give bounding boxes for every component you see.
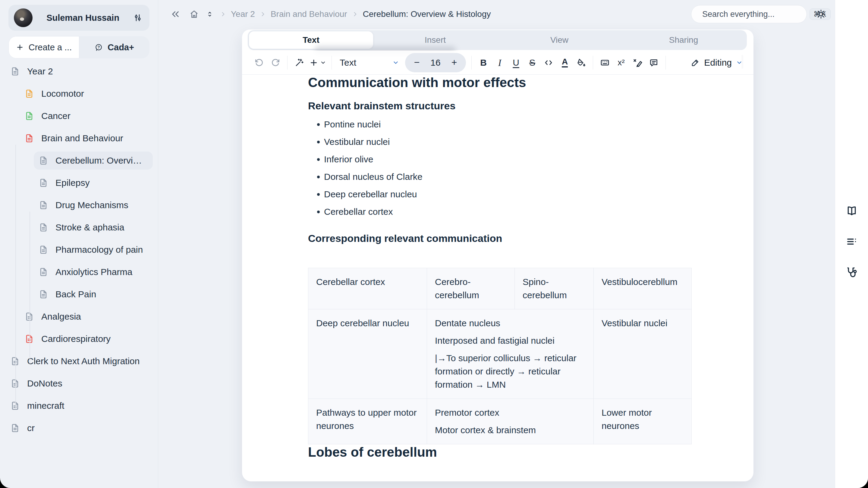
stethoscope-icon[interactable]	[846, 266, 858, 278]
breadcrumb-item[interactable]: Brain and Behaviour	[255, 9, 347, 19]
table-cell[interactable]: Cerebellar cortex	[308, 268, 427, 310]
keyboard-icon[interactable]	[597, 54, 613, 71]
document-icon	[10, 67, 20, 76]
tree-item-label: Back Pain	[56, 289, 102, 299]
editing-mode-dropdown[interactable]: Editing	[691, 58, 743, 68]
bold-button[interactable]: B	[475, 54, 492, 71]
sidebar-tree-item[interactable]: Stroke & aphasia	[0, 216, 158, 238]
highlighter-icon[interactable]	[629, 54, 646, 71]
document-body: Communication with motor effects Relevan…	[242, 75, 753, 481]
doc-heading[interactable]: Communication with motor effects	[308, 75, 693, 90]
home-icon[interactable]	[189, 9, 199, 19]
sidebar-tree-item[interactable]: Clerk to Next Auth Migration	[0, 350, 158, 372]
document-icon	[38, 200, 48, 210]
ribbon-tab[interactable]: Sharing	[621, 31, 746, 49]
underline-button[interactable]: U	[508, 54, 524, 71]
table-row: Pathways to upper motor neuronesPremotor…	[308, 399, 692, 444]
profile-button[interactable]: Suleman Hussain	[8, 5, 150, 31]
sidebar-tree-item[interactable]: Year 2	[0, 60, 158, 83]
sidebar-tree-item[interactable]: minecraft	[0, 395, 158, 417]
expand-collapse-icon[interactable]	[206, 10, 213, 18]
code-icon[interactable]	[540, 54, 557, 71]
sidebar-tree-item[interactable]: Locomotor	[0, 83, 158, 105]
bullet-item[interactable]: Deep cerebellar nucleu	[308, 186, 693, 203]
collapse-sidebar-icon[interactable]	[170, 9, 180, 19]
table-cell[interactable]: Pathways to upper motor neurones	[308, 399, 427, 444]
sidebar-tree-item[interactable]: Pharmacology of pain	[0, 238, 158, 261]
sidebar-tree-item[interactable]: Cancer	[0, 105, 158, 127]
create-button[interactable]: Create a ...	[8, 36, 79, 59]
insert-block-icon[interactable]	[307, 54, 328, 71]
sidebar-tree-item[interactable]: Drug Mechanisms	[0, 194, 158, 216]
sidebar-tree-item[interactable]: Anxiolytics Pharma	[0, 261, 158, 283]
chevron-right-icon	[260, 11, 266, 17]
sidebar-tree-item[interactable]: Cardiorespiratory	[0, 328, 158, 350]
bullet-item[interactable]: Cerebellar cortex	[308, 203, 693, 221]
tree-item-label: Anxiolytics Pharma	[56, 267, 138, 277]
decrease-font-icon[interactable]: −	[408, 54, 426, 71]
table-of-contents-icon[interactable]	[846, 235, 858, 248]
sidebar-tree-item[interactable]: Epilepsy	[0, 172, 158, 194]
tree-item-label: Drug Mechanisms	[56, 200, 134, 210]
table-cell[interactable]: Vestibulocerebllum	[594, 268, 692, 310]
breadcrumb-item[interactable]: Cerebellum: Overview & Histology	[347, 9, 491, 19]
sidebar-tree-item[interactable]: Brain and Behaviour	[0, 127, 158, 150]
tree-item-label: DoNotes	[27, 378, 68, 389]
svg-text:?: ?	[98, 45, 100, 50]
book-icon[interactable]	[846, 205, 858, 217]
search-input[interactable]	[702, 9, 809, 19]
sidebar-tree-item[interactable]: Analgesia	[0, 305, 158, 328]
sidebar-tree-item[interactable]: Cerebellum: Overview ...	[34, 152, 153, 170]
sidebar-tree-item[interactable]: DoNotes	[0, 372, 158, 395]
table-cell[interactable]: Spino-cerebellum	[515, 268, 594, 310]
search-bar[interactable]: ⌘K	[691, 5, 807, 23]
table-cell[interactable]: Deep cerebellar nucleu	[308, 310, 427, 399]
table-cell[interactable]: Cerebro-cerebellum	[427, 268, 515, 310]
redo-icon[interactable]	[267, 54, 284, 71]
tree-item-label: Stroke & aphasia	[56, 222, 130, 233]
increase-font-icon[interactable]: +	[445, 54, 463, 71]
comment-icon[interactable]	[646, 54, 662, 71]
cada-plus-button[interactable]: ? Cada+	[79, 36, 150, 59]
superscript-button[interactable]: x²	[613, 54, 629, 71]
create-button-label: Create a ...	[29, 42, 72, 53]
bullet-item[interactable]: Dorsal nucleus of Clarke	[308, 168, 693, 186]
bullet-item[interactable]: Vestibular nuclei	[308, 133, 693, 151]
toolbar-divider	[471, 56, 472, 70]
breadcrumb-label: Cerebellum: Overview & Histology	[363, 9, 491, 19]
undo-icon[interactable]	[251, 54, 267, 71]
fill-color-icon[interactable]	[573, 54, 589, 71]
italic-button[interactable]: I	[492, 54, 508, 71]
doc-subheading[interactable]: Corresponding relevant communication	[308, 232, 693, 245]
sidebar-tree-item[interactable]: Back Pain	[0, 283, 158, 305]
paragraph-style-dropdown[interactable]: Text	[336, 58, 403, 68]
table-cell[interactable]: Vestibular nuclei	[594, 310, 692, 399]
document-icon	[38, 290, 48, 299]
strikethrough-button[interactable]: S	[524, 54, 540, 71]
theme-toggle-sun-icon[interactable]	[816, 9, 826, 19]
ribbon-tab-label: Insert	[425, 35, 446, 45]
ribbon-tab-label: View	[550, 35, 568, 45]
bullet-item[interactable]: Pontine nuclei	[308, 116, 693, 133]
table-cell[interactable]: Premotor cortexMotor cortex & brainstem	[427, 399, 594, 444]
document-icon	[38, 267, 48, 277]
bullet-item[interactable]: Inferior olive	[308, 151, 693, 168]
ai-wand-icon[interactable]	[291, 54, 307, 71]
font-size-stepper: − 16 +	[405, 53, 466, 72]
doc-heading[interactable]: Lobes of cerebellum	[308, 444, 693, 460]
table-cell[interactable]: Lower motor neurones	[594, 399, 692, 444]
tree-item-label: Epilepsy	[56, 178, 96, 188]
sliders-icon[interactable]	[133, 13, 142, 22]
ribbon-tab[interactable]: View	[497, 31, 621, 49]
breadcrumb-label: Year 2	[231, 9, 255, 19]
toolbar-divider	[287, 56, 287, 70]
text-color-button[interactable]: A	[557, 54, 573, 71]
sidebar-tree-item[interactable]: cr	[0, 417, 158, 439]
document-icon	[24, 111, 34, 121]
breadcrumb-item[interactable]: Year 2	[215, 9, 255, 19]
table-cell[interactable]: Dentate nucleusInterposed and fastigial …	[427, 310, 594, 399]
document-icon	[24, 312, 34, 321]
doc-subheading[interactable]: Relevant brainstem structures	[308, 99, 693, 112]
content-table-body: Cerebellar cortexCerebro-cerebellumSpino…	[308, 268, 692, 444]
toolbar-divider	[593, 56, 593, 70]
